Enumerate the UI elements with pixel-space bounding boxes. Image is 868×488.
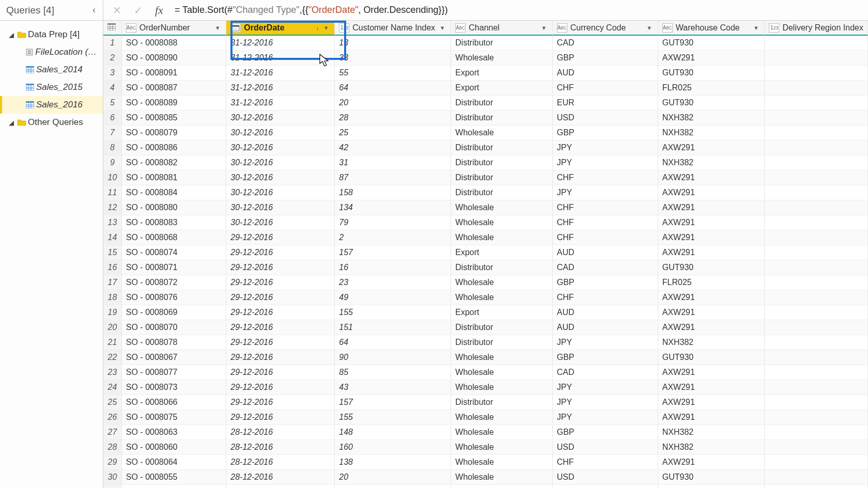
table-row[interactable]: 6SO - 000808530-12-201628DistributorUSDN… [103,111,868,125]
cell-region[interactable] [765,335,868,350]
cell-channel[interactable]: Wholesale [451,425,552,440]
cell-custidx[interactable]: 49 [335,290,451,305]
cell-channel[interactable]: Export [451,245,552,260]
cell-ordernumber[interactable]: SO - 0008085 [122,111,227,125]
cell-custidx[interactable]: 148 [335,425,451,440]
cell-orderdate[interactable]: 29-12-2016 [226,230,335,245]
cell-ordernumber[interactable]: SO - 0008073 [122,380,227,395]
formula-input[interactable]: = Table.Sort(#"Changed Type",{{"OrderDat… [173,5,448,15]
cell-region[interactable] [765,320,868,335]
cell-currency[interactable]: GBP [553,125,658,140]
cell-region[interactable] [765,51,868,66]
row-number[interactable]: 17 [103,275,122,290]
cell-region[interactable] [765,470,868,485]
filter-dropdown-icon[interactable]: ▼ [645,24,654,32]
cell-orderdate[interactable]: 30-12-2016 [226,185,335,200]
column-header-channel[interactable]: ABC Channel ▼ [451,21,552,36]
cell-region[interactable] [765,380,868,395]
table-row[interactable]: 27SO - 000806328-12-2016148WholesaleGBPN… [103,425,868,440]
cell-currency[interactable]: CHF [553,170,658,185]
cell-currency[interactable]: CHF [553,215,658,230]
cell-orderdate[interactable]: 29-12-2016 [226,290,335,305]
cell-currency[interactable]: JPY [553,335,658,350]
table-row[interactable]: 20SO - 000807029-12-2016151DistributorAU… [103,320,868,335]
row-number[interactable]: 3 [103,66,122,81]
cell-orderdate[interactable]: 29-12-2016 [226,350,335,365]
cell-custidx[interactable]: 23 [335,275,451,290]
cell-currency[interactable]: JPY [553,395,658,410]
table-row[interactable]: 23SO - 000807729-12-201685WholesaleCADAX… [103,365,868,380]
cell-channel[interactable]: Export [451,305,552,320]
cell-ordernumber[interactable]: SO - 0008091 [122,66,227,81]
cell-currency[interactable]: GBP [553,275,658,290]
row-number[interactable]: 1 [103,36,122,51]
query-sales-2014[interactable]: Sales_2014 [0,61,103,78]
cell-ordernumber[interactable]: SO - 0008090 [122,51,227,66]
cell-region[interactable] [765,170,868,185]
table-row[interactable]: 21SO - 000807829-12-201664DistributorJPY… [103,335,868,350]
cell-region[interactable] [765,155,868,170]
cell-currency[interactable]: CHF [553,290,658,305]
column-header-currency[interactable]: ABC Currency Code ▼ [553,21,658,36]
cell-orderdate[interactable]: 30-12-2016 [226,200,335,215]
cell-region[interactable] [765,96,868,111]
table-row[interactable]: 14SO - 000806829-12-20162WholesaleCHFAXW… [103,230,868,245]
cell-orderdate[interactable]: 28-12-2016 [226,425,335,440]
cell-currency[interactable]: USD [553,111,658,125]
cell-currency[interactable]: GBP [553,425,658,440]
cell-channel[interactable]: Export [451,66,552,81]
cell-region[interactable] [765,140,868,155]
row-number[interactable]: 18 [103,290,122,305]
cell-ordernumber[interactable]: SO - 0008060 [122,440,227,455]
cell-ordernumber[interactable]: SO - 0008072 [122,275,227,290]
cell-warehouse[interactable]: GUT930 [658,350,765,365]
cell-currency[interactable]: CHF [553,230,658,245]
cell-orderdate[interactable]: 28-12-2016 [226,485,335,488]
cell-orderdate[interactable]: 31-12-2016 [226,51,335,66]
cell-currency[interactable]: JPY [553,155,658,170]
cell-ordernumber[interactable]: SO - 0008080 [122,200,227,215]
cell-ordernumber[interactable]: SO - 0008077 [122,365,227,380]
cell-ordernumber[interactable]: SO - 0008084 [122,185,227,200]
cell-orderdate[interactable]: 29-12-2016 [226,365,335,380]
filter-dropdown-icon[interactable]: ▼ [540,24,548,32]
cell-ordernumber[interactable]: SO - 0008076 [122,290,227,305]
cell-ordernumber[interactable]: SO - 0008069 [122,305,227,320]
row-number[interactable]: 2 [103,51,122,66]
cell-orderdate[interactable]: 29-12-2016 [226,320,335,335]
cell-orderdate[interactable]: 30-12-2016 [226,125,335,140]
cell-channel[interactable]: Wholesale [451,290,552,305]
cell-warehouse[interactable]: NXH382 [658,155,765,170]
cell-channel[interactable]: Wholesale [451,275,552,290]
cell-channel[interactable]: Wholesale [451,485,552,488]
table-row[interactable]: 28SO - 000806028-12-2016160WholesaleUSDN… [103,440,868,455]
row-number[interactable]: 23 [103,365,122,380]
cell-custidx[interactable]: 79 [335,215,451,230]
row-number[interactable]: 6 [103,111,122,125]
cell-ordernumber[interactable]: SO - 0008082 [122,155,227,170]
cell-region[interactable] [765,230,868,245]
cell-warehouse[interactable]: GUT930 [658,36,765,51]
cell-custidx[interactable]: 90 [335,350,451,365]
table-row[interactable]: 1SO - 000808831-12-201613DistributorCADG… [103,36,868,51]
accept-formula-icon[interactable]: ✓ [134,4,143,17]
table-row[interactable]: 4SO - 000808731-12-201664ExportCHFFLR025 [103,81,868,96]
query-sales-2015[interactable]: Sales_2015 [0,78,103,96]
cell-orderdate[interactable]: 30-12-2016 [226,155,335,170]
row-number[interactable]: 8 [103,140,122,155]
row-number[interactable]: 9 [103,155,122,170]
cell-warehouse[interactable]: AXW291 [658,395,765,410]
collapse-queries-icon[interactable]: ‹ [90,5,98,15]
table-row[interactable]: 13SO - 000808330-12-201679WholesaleCHFAX… [103,215,868,230]
cell-currency[interactable]: AUD [553,305,658,320]
row-number[interactable]: 15 [103,245,122,260]
cell-warehouse[interactable]: AXW291 [658,200,765,215]
data-grid[interactable]: ABC OrderNumber ▼ OrderDate ↓ ▼ [103,21,868,488]
row-number[interactable]: 21 [103,335,122,350]
cell-warehouse[interactable]: AXW291 [658,170,765,185]
cell-region[interactable] [765,245,868,260]
cell-channel[interactable]: Distributor [451,155,552,170]
cell-orderdate[interactable]: 30-12-2016 [226,170,335,185]
type-text-icon[interactable]: ABC [662,23,673,33]
cell-ordernumber[interactable]: SO - 0008067 [122,350,227,365]
